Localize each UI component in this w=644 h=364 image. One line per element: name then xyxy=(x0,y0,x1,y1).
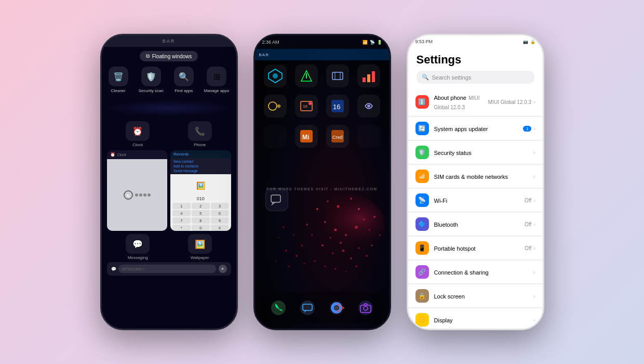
search-bar[interactable]: 🔍 Search settings xyxy=(417,71,534,84)
settings-lock-icon: 🔒 xyxy=(530,40,535,44)
find-apps-label: Find apps xyxy=(175,88,193,93)
wifi-off-label: Off xyxy=(525,198,531,203)
lockscreen-label: Lock screen xyxy=(434,293,465,300)
dock-chrome[interactable] xyxy=(325,296,348,319)
svg-point-37 xyxy=(275,261,276,262)
settings-item-lockscreen[interactable]: 🔒 Lock screen › xyxy=(408,284,543,308)
settings-item-bluetooth[interactable]: 🔷 Bluetooth Off › xyxy=(408,213,543,236)
settings-item-security[interactable]: 🛡️ Security status › xyxy=(408,141,543,164)
settings-item-wifi[interactable]: 📡 Wi-Fi Off › xyxy=(408,189,543,212)
dialpad-star[interactable]: * xyxy=(172,225,191,231)
svg-point-1 xyxy=(316,208,318,210)
svg-point-16 xyxy=(306,224,308,226)
cleaner-icon: 🗑️ xyxy=(109,67,128,86)
svg-point-49 xyxy=(269,102,277,110)
dialpad-number: 010 xyxy=(197,196,205,201)
security-icon: 🛡️ xyxy=(415,146,429,159)
messaging-close-button[interactable]: × xyxy=(219,265,227,273)
settings-item-connection[interactable]: 🔗 Connection & sharing › xyxy=(408,261,543,284)
dock-phone[interactable] xyxy=(267,296,290,319)
lockscreen-text: Lock screen xyxy=(434,291,529,301)
security-chevron: › xyxy=(533,150,535,155)
dialpad-9[interactable]: 9 xyxy=(211,217,229,224)
svg-point-6 xyxy=(363,219,365,220)
dialpad-3[interactable]: 3 xyxy=(211,203,229,209)
messaging-icon: 💬 xyxy=(126,234,150,254)
quick-action-security[interactable]: 🛡️ Security scan xyxy=(139,67,164,93)
search-placeholder-text: Search settings xyxy=(432,74,472,81)
dialpad-2[interactable]: 2 xyxy=(192,203,210,209)
home-icon-3[interactable] xyxy=(326,64,349,87)
recents-links: New contact Add to contacts Send message xyxy=(170,158,231,174)
settings-item-display[interactable]: ☀️ Display › xyxy=(408,308,543,329)
phone3-time: 9:53 PM xyxy=(415,39,433,44)
dialpad-5[interactable]: 5 xyxy=(192,210,210,216)
dock-camera[interactable] xyxy=(354,296,377,319)
floating-widget[interactable] xyxy=(265,188,288,211)
svg-point-23 xyxy=(366,255,368,257)
home-icon-4[interactable] xyxy=(357,64,380,87)
svg-point-4 xyxy=(350,198,352,200)
cleaner-label: Cleaner xyxy=(111,88,126,93)
dialpad-hash[interactable]: # xyxy=(211,225,229,231)
floating-windows-button[interactable]: ⧉ Floating windows xyxy=(140,51,198,61)
find-apps-icon: 🔍 xyxy=(174,67,194,86)
connection-icon: 🔗 xyxy=(415,265,429,279)
send-message-link[interactable]: Send message xyxy=(173,169,228,173)
phone-icon: 📞 xyxy=(188,121,212,141)
svg-point-13 xyxy=(368,229,370,231)
recent-card-clock[interactable]: ⏰Clock 🕐 xyxy=(107,150,168,231)
svg-point-29 xyxy=(314,260,316,262)
svg-point-7 xyxy=(355,226,358,229)
svg-point-11 xyxy=(329,237,331,239)
svg-point-36 xyxy=(285,250,287,252)
svg-point-22 xyxy=(358,248,359,249)
dialpad-0[interactable]: 0 xyxy=(192,225,210,231)
new-contact-link[interactable]: New contact xyxy=(173,160,228,163)
settings-item-hotspot[interactable]: 📱 Portable hotspot Off › xyxy=(408,237,543,260)
manage-apps-icon: ⊞ xyxy=(207,67,226,86)
messaging-input[interactable]: 1679321869 > xyxy=(118,265,216,273)
app-messaging[interactable]: 💬 Messaging xyxy=(126,234,150,260)
recent-card-phone[interactable]: Recents New contact Add to contacts Send… xyxy=(170,150,231,231)
settings-item-sim[interactable]: 📶 SIM cards & mobile networks › xyxy=(408,165,543,188)
settings-content: Settings 🔍 Search settings ℹ️ About phon… xyxy=(408,48,543,329)
home-icon-mi[interactable]: Mi xyxy=(295,125,318,148)
add-to-contacts-link[interactable]: Add to contacts xyxy=(173,164,228,168)
svg-point-10 xyxy=(324,221,326,223)
quick-action-manage[interactable]: ⊞ Manage apps xyxy=(204,67,229,93)
dock-messages[interactable] xyxy=(296,296,319,319)
quick-action-cleaner[interactable]: 🗑️ Cleaner xyxy=(109,67,128,93)
svg-point-12 xyxy=(340,242,342,244)
svg-point-5 xyxy=(358,208,360,210)
settings-item-updater[interactable]: 🔄 System apps updater 1 › xyxy=(408,117,543,140)
dialpad-7[interactable]: 7 xyxy=(172,217,191,224)
home-icon-8[interactable] xyxy=(357,95,380,118)
home-icon-6[interactable]: 16 xyxy=(295,95,318,118)
app-wallpaper[interactable]: 🖼️ Wallpaper xyxy=(188,234,212,260)
connection-text: Connection & sharing xyxy=(434,267,529,277)
settings-screenshot-icon: 📷 xyxy=(523,40,528,44)
sim-chevron: › xyxy=(533,174,535,179)
svg-text:16: 16 xyxy=(303,104,307,109)
app-recent-rows: ⏰ Clock 📞 Phone xyxy=(107,121,231,147)
dialpad-6[interactable]: 6 xyxy=(211,210,229,216)
dialpad-8[interactable]: 8 xyxy=(192,217,210,224)
phone3-status-icons: 📷 🔒 xyxy=(523,40,535,44)
home-icon-1[interactable] xyxy=(264,64,287,87)
battery-icon: 🔋 xyxy=(377,40,382,45)
home-icon-mi2[interactable]: Cred xyxy=(326,125,349,148)
signal-icon: 📶 xyxy=(363,40,368,45)
quick-action-findapps[interactable]: 🔍 Find apps xyxy=(174,67,194,93)
svg-point-9 xyxy=(334,229,337,231)
home-icon-2[interactable] xyxy=(295,64,318,87)
home-icon-7[interactable]: 16 xyxy=(326,95,349,118)
bottom-apps-row: 💬 Messaging 🖼️ Wallpaper xyxy=(107,234,231,260)
svg-point-17 xyxy=(311,235,313,236)
app-clock[interactable]: ⏰ Clock xyxy=(126,121,150,147)
dialpad-4[interactable]: 4 xyxy=(172,210,191,216)
home-icon-5[interactable] xyxy=(264,95,287,118)
dialpad-1[interactable]: 1 xyxy=(172,203,191,209)
settings-item-about[interactable]: ℹ️ About phone MIUI Global 12.0.3 MIUI G… xyxy=(408,88,543,116)
app-phone[interactable]: 📞 Phone xyxy=(188,121,212,147)
